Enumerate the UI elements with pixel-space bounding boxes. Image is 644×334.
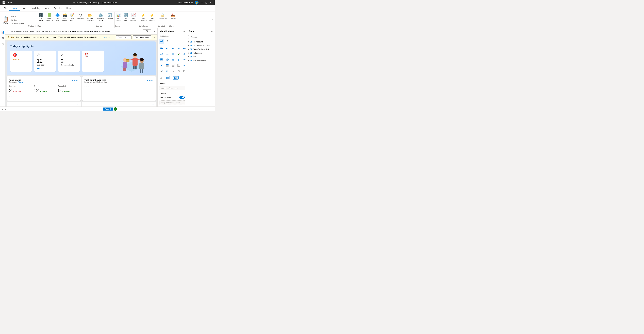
data-search-box[interactable] [188, 35, 213, 39]
paste-button[interactable]: 📋 Paste [1, 13, 10, 28]
tab-insert[interactable]: Insert [20, 6, 30, 11]
data-item-taskstatus[interactable]: ▶ ⊞ Task status filter [187, 59, 215, 62]
page-1-tab[interactable]: Page 1 [103, 108, 113, 111]
task-count-filter-button[interactable]: ≡ Filter [146, 79, 154, 82]
build-visual-bar-icon[interactable] [159, 39, 164, 44]
viz-r-visual[interactable]: R [182, 63, 187, 68]
publish-button[interactable]: 📤 Publish [169, 13, 176, 21]
data-item-parentbusiness[interactable]: ▶ ⊞ ParentBusinessUnit [187, 47, 215, 51]
tab-home[interactable]: Home [9, 6, 20, 11]
viz-numeric[interactable]: 123 [159, 75, 164, 81]
viz-area[interactable] [159, 51, 164, 57]
recent-sources-button[interactable]: 📂 Recentsources▾ [86, 13, 94, 22]
data-item-businessunit[interactable]: ▶ ⊞ businessunit [187, 40, 215, 44]
user-avatar[interactable]: 😊 [195, 1, 198, 5]
tip-warning-icon: ⚠ [8, 36, 10, 39]
viz-treemap[interactable] [159, 57, 164, 62]
model-view-button[interactable]: ⬡ [0, 42, 5, 47]
nav-right-button[interactable]: ► [4, 108, 7, 110]
data-search-input[interactable] [191, 36, 214, 38]
ok-button[interactable]: OK [143, 29, 151, 33]
redo-icon[interactable]: ↪ [10, 1, 12, 4]
report-view-button[interactable]: 📊 [0, 30, 5, 34]
viz-kpi[interactable] [159, 63, 164, 68]
table-icon: ⊞ [190, 56, 192, 58]
viz-panel-expand[interactable]: » [183, 30, 185, 33]
learn-more-link[interactable]: Learn more [101, 36, 111, 38]
build-visual-format-icon[interactable] [165, 39, 170, 44]
maximize-button[interactable]: □ [204, 1, 208, 5]
sql-server-button[interactable]: 🗃️ SQLServer [61, 13, 68, 22]
cut-button[interactable]: ✂ Cut [10, 15, 26, 18]
refresh-button[interactable]: 🔄 Refresh [106, 13, 114, 21]
viz-ribbon[interactable] [170, 51, 176, 57]
viz-funnel[interactable] [176, 57, 182, 62]
excel-workbook-button[interactable]: 📗 Excelworkbook [44, 13, 54, 22]
viz-slicer[interactable] [165, 63, 170, 68]
task-status-filter-button[interactable]: ≡ Filter [71, 79, 78, 82]
minimize-button[interactable]: ─ [200, 1, 204, 5]
viz-clustered-bar[interactable] [165, 46, 170, 51]
transform-data-button[interactable]: ⚙️ Transformdata▾ [96, 13, 106, 22]
more-visuals-button[interactable]: 📈 Morevisuals▾ [130, 13, 138, 22]
clipboard-label: Clipboard [27, 25, 37, 28]
add-page-button[interactable]: + [114, 107, 117, 111]
viz-stacked-col[interactable] [176, 46, 182, 51]
tab-optimize[interactable]: Optimize [51, 6, 64, 11]
tab-help[interactable]: Help [64, 6, 73, 11]
dont-show-again-button[interactable]: Don't show again [133, 35, 151, 39]
viz-table[interactable] [170, 63, 176, 68]
viz-scatter[interactable] [182, 51, 187, 57]
tip-close-icon[interactable]: ✕ [154, 36, 156, 39]
copy-button[interactable]: ⬡ Copy [10, 19, 26, 22]
svg-rect-25 [160, 48, 162, 48]
format-painter-button[interactable]: 🖌 Format painter [10, 22, 26, 25]
data-item-label: Task status filter [192, 59, 206, 61]
viz-custom-2[interactable] [172, 75, 179, 81]
tab-view[interactable]: View [42, 6, 51, 11]
tab-modeling[interactable]: Modeling [30, 6, 42, 11]
tab-file[interactable]: File [1, 6, 9, 11]
viz-key-influencers[interactable] [165, 68, 170, 74]
viz-100-bar[interactable] [170, 46, 176, 51]
viz-filled-map[interactable] [170, 57, 176, 62]
viz-paginated[interactable] [182, 68, 187, 74]
close-button[interactable]: ✕ [208, 1, 213, 5]
sensitivity-button[interactable]: 🔒 Sensitivity [158, 13, 168, 21]
new-measure-button[interactable]: ⚡ Newmeasure [139, 13, 148, 22]
text-box-button[interactable]: 🔡 Textbox [122, 13, 129, 22]
report-canvas[interactable]: Today's highlights 🎯 37 high ⏱ 12 Due to… [6, 40, 158, 107]
viz-clustered-col[interactable] [182, 46, 187, 51]
viz-decomp-tree[interactable] [159, 68, 164, 74]
get-data-button[interactable]: 🗄️ Getdata▾ [38, 13, 44, 22]
keep-all-filters-toggle[interactable] [179, 96, 185, 99]
enter-data-button[interactable]: 📝 Enterdata [68, 13, 75, 22]
title-bar-right: RetailAuroraCIPool 😊 ─ □ ✕ [178, 1, 213, 5]
undo-icon[interactable]: ↩ [7, 1, 9, 4]
viz-matrix[interactable] [176, 63, 182, 68]
add-data-fields-box[interactable]: Add data fields here [159, 86, 185, 90]
drag-tooltip-fields-box[interactable]: Drag tooltip fields here [159, 100, 185, 105]
nav-left-button[interactable]: ◄ [1, 108, 4, 110]
viz-smart-narrative[interactable]: Aa [170, 68, 176, 74]
dataverse-button[interactable]: ⬡ Dataverse [76, 13, 85, 21]
data-hub-button[interactable]: 🔷 Datahub▾ [54, 13, 61, 22]
table-view-button[interactable]: ⊞ [0, 36, 5, 41]
viz-waterfall[interactable] [176, 51, 182, 57]
notification-close-icon[interactable]: ✕ [154, 30, 156, 33]
viz-gauge[interactable] [182, 57, 187, 62]
viz-map[interactable] [165, 57, 170, 62]
data-item-task[interactable]: ▶ ⊞ task [187, 55, 215, 59]
viz-stacked-bar[interactable] [159, 46, 164, 51]
data-panel-expand[interactable]: » [211, 30, 213, 33]
viz-stacked-area[interactable] [165, 51, 170, 57]
ribbon-expand[interactable]: ∧ [212, 12, 215, 28]
quick-measure-button[interactable]: ⚡ Quickmeasure [148, 13, 156, 22]
new-visual-button[interactable]: 📊 Newvisual [115, 13, 122, 22]
viz-custom-1[interactable] [165, 75, 172, 81]
pause-visuals-button[interactable]: Pause visuals [116, 35, 132, 39]
viz-qna[interactable]: ?A [176, 68, 182, 74]
data-item-lastrefreshed[interactable]: ▶ ⊞ Last Refreshed Date [187, 44, 215, 47]
save-icon[interactable]: 💾 [2, 1, 6, 5]
data-item-systemuser[interactable]: ▶ ⊞ systemuser [187, 51, 215, 55]
